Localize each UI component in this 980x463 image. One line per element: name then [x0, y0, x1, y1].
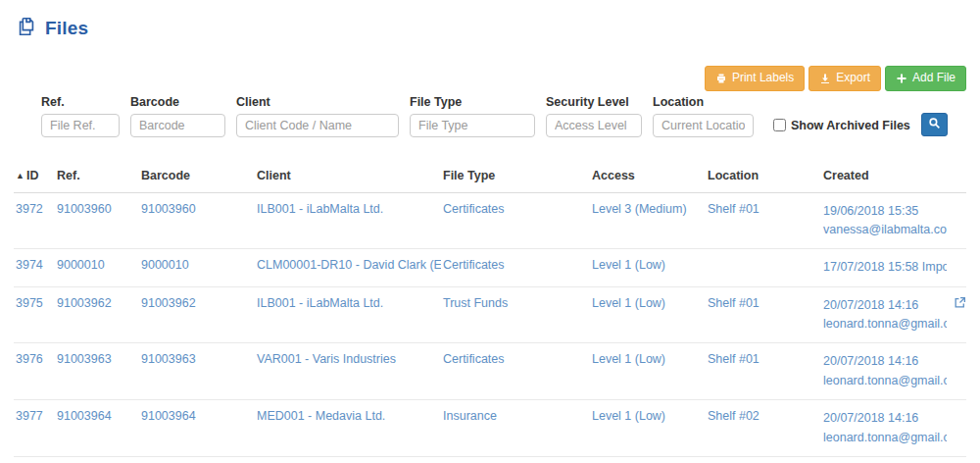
column-header-created[interactable]: Created — [821, 161, 947, 193]
created-by: vanessa@ilabmalta.com — [823, 221, 943, 239]
column-header-actions — [947, 161, 966, 193]
column-header-barcode[interactable]: Barcode — [139, 161, 255, 193]
barcode-input[interactable] — [130, 114, 225, 137]
table-row[interactable]: 3976 91003963 91003963 VAR001 - Varis In… — [14, 343, 966, 400]
created-date: 20/07/2018 14:16 — [823, 296, 943, 315]
cell-access[interactable]: Level 3 (Medium) — [590, 192, 706, 249]
cell-access[interactable]: Level 1 (Low) — [590, 343, 706, 400]
cell-access[interactable]: Level 1 (Low) — [590, 400, 706, 457]
cell-created: 17/07/2018 15:58 Import — [821, 249, 947, 286]
cell-actions — [947, 400, 966, 457]
search-icon — [928, 117, 941, 132]
show-archived-group: Show Archived Files — [773, 119, 910, 137]
print-labels-label: Print Labels — [732, 71, 794, 86]
download-icon — [819, 73, 831, 84]
cell-access[interactable]: Level 1 (Low) — [590, 249, 706, 286]
cell-ref[interactable]: 9000010 — [55, 249, 139, 286]
search-button[interactable] — [921, 113, 948, 136]
cell-id[interactable]: 3976 — [14, 343, 55, 400]
file-type-label: File Type — [410, 95, 535, 109]
column-header-location[interactable]: Location — [706, 161, 821, 193]
export-button[interactable]: Export — [808, 66, 881, 91]
cell-location[interactable]: Shelf #01 — [706, 343, 821, 400]
table-row[interactable]: 3974 9000010 9000010 CLM00001-DR10 - Dav… — [14, 249, 966, 286]
cell-client[interactable]: ILB001 - iLabMalta Ltd. — [255, 286, 441, 343]
external-link-icon[interactable] — [954, 298, 966, 312]
cell-created: 20/07/2018 14:16 leonard.tonna@gmail.com — [821, 400, 947, 457]
cell-ref[interactable]: 91003963 — [55, 343, 139, 400]
print-labels-button[interactable]: Print Labels — [705, 66, 805, 91]
created-by: leonard.tonna@gmail.com — [823, 429, 943, 447]
plus-icon — [896, 73, 907, 84]
cell-created: 20/07/2018 14:16 leonard.tonna@gmail.com — [821, 343, 947, 400]
filter-ref: Ref. — [41, 95, 120, 137]
ref-label: Ref. — [41, 95, 120, 109]
column-header-client[interactable]: Client — [255, 161, 441, 193]
cell-location[interactable]: Shelf #01 — [706, 286, 821, 343]
cell-file-type[interactable]: Certificates — [441, 192, 590, 249]
cell-id[interactable]: 3974 — [14, 249, 55, 286]
filter-location: Location — [653, 95, 754, 137]
cell-location[interactable]: Shelf #02 — [706, 400, 821, 457]
cell-actions — [947, 249, 966, 286]
export-label: Export — [836, 71, 870, 86]
page-title: Files — [45, 18, 88, 39]
cell-ref[interactable]: 91003962 — [55, 286, 139, 343]
cell-location[interactable] — [706, 249, 821, 286]
column-header-file-type[interactable]: File Type — [441, 161, 590, 193]
client-label: Client — [236, 95, 399, 109]
cell-client[interactable]: VAR001 - Varis Industries — [255, 343, 441, 400]
cell-ref[interactable]: 91003960 — [55, 192, 139, 249]
file-type-input[interactable] — [410, 114, 535, 137]
add-file-label: Add File — [912, 71, 956, 86]
cell-location[interactable]: Shelf #01 — [706, 192, 821, 249]
toolbar: Print Labels Export Add File — [14, 66, 966, 91]
cell-id[interactable]: 3975 — [14, 286, 55, 343]
created-date: 19/06/2018 15:35 — [823, 202, 943, 221]
cell-client[interactable]: CLM00001-DR10 - David Clark (EURB) — [255, 249, 441, 286]
cell-file-type[interactable]: Certificates — [441, 249, 590, 286]
cell-barcode[interactable]: 91003963 — [139, 343, 255, 400]
filter-row: Ref. Barcode Client File Type Security L… — [41, 95, 966, 137]
table-row[interactable]: 3975 91003962 91003962 ILB001 - iLabMalt… — [14, 286, 966, 343]
location-label: Location — [653, 95, 754, 109]
created-date: 20/07/2018 14:16 — [823, 409, 943, 428]
location-input[interactable] — [653, 114, 754, 137]
created-by: leonard.tonna@gmail.com — [823, 372, 943, 390]
security-level-input[interactable] — [546, 114, 642, 137]
cell-barcode[interactable]: 91003964 — [139, 400, 255, 457]
cell-created: 20/07/2018 14:16 leonard.tonna@gmail.com — [821, 286, 947, 343]
security-level-label: Security Level — [546, 95, 642, 109]
client-input[interactable] — [236, 114, 399, 137]
show-archived-checkbox[interactable] — [773, 119, 786, 131]
table-row[interactable]: 3977 91003964 91003964 MED001 - Medavia … — [14, 400, 966, 457]
cell-file-type[interactable]: Certificates — [441, 343, 590, 400]
sort-ascending-icon: ▲ — [16, 171, 24, 180]
ref-input[interactable] — [41, 114, 120, 137]
cell-actions — [947, 286, 966, 343]
created-by: leonard.tonna@gmail.com — [823, 315, 943, 334]
table-row[interactable]: 3972 91003960 91003960 ILB001 - iLabMalt… — [14, 192, 966, 249]
table-header-row: ▲ID Ref. Barcode Client File Type Access… — [14, 161, 966, 193]
show-archived-label: Show Archived Files — [791, 119, 910, 132]
cell-id[interactable]: 3977 — [14, 400, 55, 457]
created-date: 20/07/2018 14:16 — [823, 352, 943, 371]
files-table: ▲ID Ref. Barcode Client File Type Access… — [14, 161, 966, 457]
cell-barcode[interactable]: 91003960 — [139, 192, 255, 249]
filter-client: Client — [236, 95, 399, 137]
cell-barcode[interactable]: 91003962 — [139, 286, 255, 343]
cell-file-type[interactable]: Trust Funds — [441, 286, 590, 343]
cell-file-type[interactable]: Insurance — [441, 400, 590, 457]
cell-id[interactable]: 3972 — [14, 192, 55, 249]
cell-barcode[interactable]: 9000010 — [139, 249, 255, 286]
cell-client[interactable]: ILB001 - iLabMalta Ltd. — [255, 192, 441, 249]
cell-access[interactable]: Level 1 (Low) — [590, 286, 706, 343]
cell-client[interactable]: MED001 - Medavia Ltd. — [255, 400, 441, 457]
column-header-id[interactable]: ▲ID — [14, 161, 55, 193]
add-file-button[interactable]: Add File — [885, 66, 966, 91]
column-header-access[interactable]: Access — [590, 161, 706, 193]
filter-security-level: Security Level — [546, 95, 642, 137]
cell-ref[interactable]: 91003964 — [55, 400, 139, 457]
column-header-ref[interactable]: Ref. — [55, 161, 139, 193]
cell-actions — [947, 343, 966, 400]
